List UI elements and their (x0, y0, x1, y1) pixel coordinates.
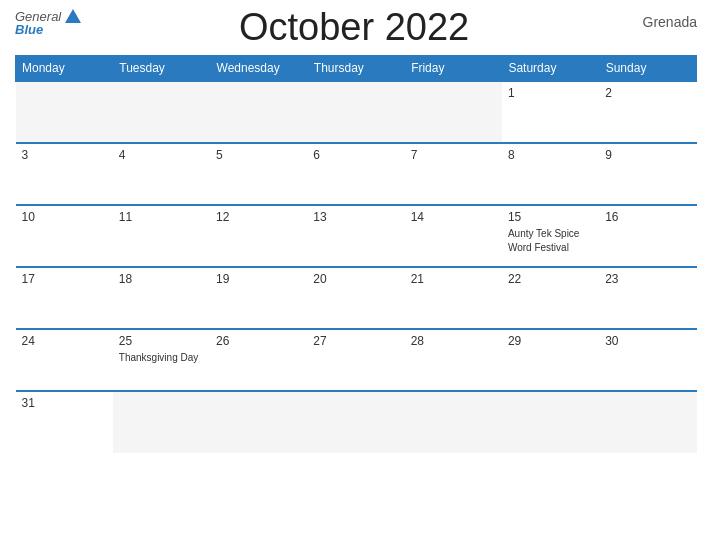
calendar-cell (16, 81, 113, 143)
calendar-cell: 11 (113, 205, 210, 267)
weekday-header: Saturday (502, 56, 599, 82)
calendar-cell (210, 81, 307, 143)
weekday-header-row: MondayTuesdayWednesdayThursdayFridaySatu… (16, 56, 697, 82)
calendar-cell: 31 (16, 391, 113, 453)
calendar-cell: 3 (16, 143, 113, 205)
calendar-cell: 9 (599, 143, 696, 205)
calendar-week-row: 12 (16, 81, 697, 143)
calendar-cell: 24 (16, 329, 113, 391)
calendar-cell: 17 (16, 267, 113, 329)
event-label: Aunty Tek Spice Word Festival (508, 228, 580, 253)
day-number: 24 (22, 334, 107, 348)
day-number: 28 (411, 334, 496, 348)
calendar-cell: 1 (502, 81, 599, 143)
calendar-header: General Blue October 2022 Grenada (15, 10, 697, 49)
day-number: 17 (22, 272, 107, 286)
day-number: 16 (605, 210, 690, 224)
day-number: 6 (313, 148, 398, 162)
day-number: 12 (216, 210, 301, 224)
calendar-cell (307, 81, 404, 143)
event-label: Thanksgiving Day (119, 352, 198, 363)
calendar-cell (599, 391, 696, 453)
calendar-cell: 6 (307, 143, 404, 205)
day-number: 19 (216, 272, 301, 286)
day-number: 18 (119, 272, 204, 286)
calendar-week-row: 101112131415Aunty Tek Spice Word Festiva… (16, 205, 697, 267)
day-number: 21 (411, 272, 496, 286)
day-number: 22 (508, 272, 593, 286)
weekday-header: Thursday (307, 56, 404, 82)
day-number: 7 (411, 148, 496, 162)
day-number: 23 (605, 272, 690, 286)
calendar-cell: 28 (405, 329, 502, 391)
calendar-cell: 30 (599, 329, 696, 391)
day-number: 1 (508, 86, 593, 100)
calendar-cell: 21 (405, 267, 502, 329)
calendar-cell: 10 (16, 205, 113, 267)
weekday-header: Wednesday (210, 56, 307, 82)
calendar-cell (210, 391, 307, 453)
day-number: 29 (508, 334, 593, 348)
calendar-cell (405, 391, 502, 453)
calendar-cell: 19 (210, 267, 307, 329)
day-number: 3 (22, 148, 107, 162)
day-number: 27 (313, 334, 398, 348)
day-number: 26 (216, 334, 301, 348)
calendar-cell: 27 (307, 329, 404, 391)
day-number: 8 (508, 148, 593, 162)
calendar-cell: 16 (599, 205, 696, 267)
calendar-week-row: 3456789 (16, 143, 697, 205)
day-number: 10 (22, 210, 107, 224)
calendar-week-row: 17181920212223 (16, 267, 697, 329)
calendar-table: MondayTuesdayWednesdayThursdayFridaySatu… (15, 55, 697, 453)
weekday-header: Monday (16, 56, 113, 82)
logo-blue-text: Blue (15, 23, 43, 36)
calendar-cell: 13 (307, 205, 404, 267)
calendar-cell: 8 (502, 143, 599, 205)
calendar-cell: 26 (210, 329, 307, 391)
calendar-cell: 15Aunty Tek Spice Word Festival (502, 205, 599, 267)
logo: General Blue (15, 10, 81, 36)
calendar-cell (405, 81, 502, 143)
day-number: 2 (605, 86, 690, 100)
calendar-cell: 18 (113, 267, 210, 329)
weekday-header: Tuesday (113, 56, 210, 82)
calendar-cell: 5 (210, 143, 307, 205)
calendar-week-row: 2425Thanksgiving Day2627282930 (16, 329, 697, 391)
logo-triangle-icon (65, 9, 81, 23)
day-number: 4 (119, 148, 204, 162)
calendar-week-row: 31 (16, 391, 697, 453)
day-number: 30 (605, 334, 690, 348)
weekday-header: Sunday (599, 56, 696, 82)
calendar-cell: 20 (307, 267, 404, 329)
country-label: Grenada (627, 14, 697, 30)
calendar-cell (502, 391, 599, 453)
day-number: 5 (216, 148, 301, 162)
calendar-cell: 22 (502, 267, 599, 329)
day-number: 25 (119, 334, 204, 348)
calendar-cell: 25Thanksgiving Day (113, 329, 210, 391)
day-number: 13 (313, 210, 398, 224)
calendar-cell: 14 (405, 205, 502, 267)
calendar-container: General Blue October 2022 Grenada Monday… (0, 0, 712, 550)
calendar-cell: 7 (405, 143, 502, 205)
weekday-header: Friday (405, 56, 502, 82)
calendar-cell: 2 (599, 81, 696, 143)
day-number: 31 (22, 396, 107, 410)
calendar-cell: 12 (210, 205, 307, 267)
day-number: 14 (411, 210, 496, 224)
calendar-cell: 4 (113, 143, 210, 205)
calendar-title: October 2022 (81, 6, 627, 49)
day-number: 20 (313, 272, 398, 286)
day-number: 9 (605, 148, 690, 162)
calendar-cell (113, 81, 210, 143)
calendar-cell: 29 (502, 329, 599, 391)
calendar-cell (113, 391, 210, 453)
calendar-cell (307, 391, 404, 453)
calendar-cell: 23 (599, 267, 696, 329)
day-number: 11 (119, 210, 204, 224)
day-number: 15 (508, 210, 593, 224)
